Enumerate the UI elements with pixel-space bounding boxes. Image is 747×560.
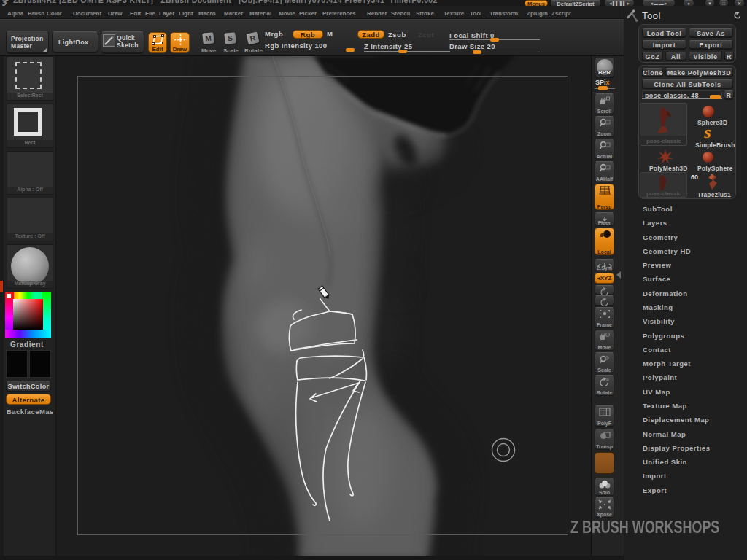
svg-text:pose-classic: pose-classic	[646, 190, 682, 197]
svg-text:pose-classic: pose-classic	[646, 138, 682, 144]
